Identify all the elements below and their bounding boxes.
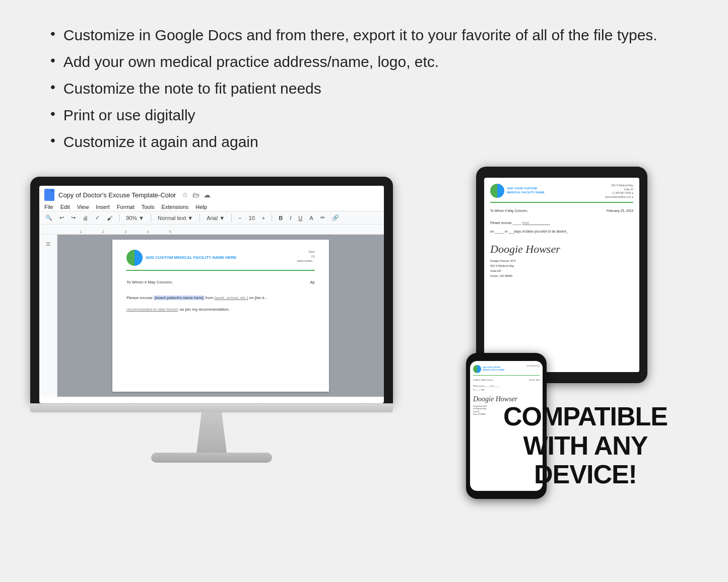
- gdocs-toolbar: Copy of Doctor's Excuse Template-Color ☆…: [39, 186, 384, 211]
- gdocs-to-whom-text: To Whom it May Concern,: [126, 279, 173, 286]
- gdocs-sidebar: ≡: [39, 235, 57, 397]
- gdocs-logo-circle: [126, 250, 143, 266]
- highlight-btn[interactable]: ✏: [318, 213, 327, 222]
- font-size-value: 10: [247, 214, 257, 222]
- phone-notch: [496, 357, 516, 361]
- bullet-item-5: • Customize it again and again: [50, 132, 698, 152]
- bullet-item-4: • Print or use digitally: [50, 105, 698, 125]
- bullet-dot-3: •: [50, 79, 55, 96]
- gdocs-ruler: 12345: [39, 225, 384, 235]
- separator-4: [231, 214, 232, 222]
- phone-logo-area: ADD YOUR CUSTOMMEDICAL FACILITY NAME: [473, 365, 505, 373]
- imac-chin: [30, 403, 393, 412]
- tablet-body: To Whom it May Concern, February 25, 202…: [490, 208, 633, 235]
- tablet-excuse-section: Please excuse _____ from ___________: [490, 220, 633, 226]
- phone-practice-name: ADD YOUR CUSTOMMEDICAL FACILITY NAME: [483, 367, 505, 371]
- menu-help[interactable]: Help: [195, 204, 207, 210]
- menu-extensions[interactable]: Extensions: [161, 204, 188, 210]
- menu-file[interactable]: File: [44, 204, 53, 210]
- phone-date: Feb 25, 2024: [529, 379, 540, 382]
- gdocs-from-placeholder: [work, school, etc.]: [215, 296, 248, 300]
- undo-btn[interactable]: ↩: [57, 213, 66, 222]
- imac-screen-inner: Copy of Doctor's Excuse Template-Color ☆…: [39, 186, 384, 403]
- imac-screen-outer: Copy of Doctor's Excuse Template-Color ☆…: [30, 177, 393, 403]
- separator-2: [151, 214, 151, 222]
- tablet-to-whom-text: To Whom it May Concern,: [490, 208, 528, 214]
- gdocs-title-icons: ☆ 🗁 ☁: [182, 191, 211, 199]
- bullet-text-5: Customize it again and again: [63, 132, 258, 152]
- menu-tools[interactable]: Tools: [142, 204, 155, 210]
- underline-btn[interactable]: U: [296, 214, 304, 222]
- gdocs-recommended-text: recommended to stay home], as per my rec…: [126, 306, 315, 313]
- phone-logo-circle: [473, 365, 481, 373]
- tablet-signature: Doogie Howser: [490, 243, 633, 256]
- gdocs-excuse-text: Please excuse: [126, 296, 154, 300]
- ruler-marks: 12345: [70, 225, 384, 234]
- gdocs-title-row: Copy of Doctor's Excuse Template-Color ☆…: [44, 189, 379, 201]
- tablet-excuse-label: Please excuse _____: [490, 221, 522, 225]
- print-btn[interactable]: 🖨: [81, 214, 90, 222]
- menu-insert[interactable]: Insert: [96, 204, 110, 210]
- bullet-text-4: Print or use digitally: [63, 105, 195, 125]
- compatible-line1: COMPATIBLE: [503, 402, 668, 431]
- menu-edit[interactable]: Edit: [60, 204, 70, 210]
- imac-base: [151, 453, 272, 463]
- tablet-to-whom: To Whom it May Concern, February 25, 202…: [490, 208, 633, 214]
- separator-5: [272, 214, 272, 222]
- separator-3: [200, 214, 200, 222]
- tablet-address: 501 N Medical Way Suite 22 +1 555-987-33…: [605, 184, 633, 199]
- gdocs-on-text: on [list d...: [249, 296, 267, 300]
- link-btn[interactable]: 🔗: [330, 213, 341, 222]
- tablet-on-line: on _____ or ___days of dates you wish to…: [490, 229, 633, 235]
- gdocs-practice-name: ADD CUSTOM MEDICAL FACILITY NAME HERE: [146, 255, 236, 260]
- separator-1: [119, 214, 119, 222]
- font-size-plus[interactable]: +: [260, 214, 267, 222]
- gdocs-body-area: ≡ ADD CUSTOM MEDICAL FACILITY NAME HERE …: [39, 235, 384, 397]
- bullet-item-3: • Customize the note to fit patient need…: [50, 79, 698, 98]
- phone-to-whom-text: To Whom it May Concern,: [473, 379, 493, 382]
- bullet-text-2: Add your own medical practice address/na…: [63, 52, 439, 71]
- gdocs-doc-icon: [44, 189, 54, 201]
- tablet-screen: ADD YOUR CUSTOMMEDICAL FACILITY NAME 501…: [484, 178, 639, 372]
- gdocs-title: Copy of Doctor's Excuse Template-Color: [58, 191, 176, 199]
- tablet-doctor-info: Doogie Howser, M.D. 501 N Medical Way Su…: [490, 259, 633, 279]
- redo-btn[interactable]: ↪: [69, 213, 78, 222]
- tablet-mockup: ADD YOUR CUSTOMMEDICAL FACILITY NAME 501…: [476, 167, 647, 383]
- phone-letterhead: ADD YOUR CUSTOMMEDICAL FACILITY NAME 501…: [473, 365, 540, 376]
- gdocs-patient-placeholder: [insert patient's name here]: [154, 296, 204, 300]
- compatible-line3: DEVICE!: [503, 460, 668, 489]
- bullets-section: • Customize in Google Docs and from ther…: [50, 25, 698, 152]
- spellcheck-btn[interactable]: ✓: [93, 213, 102, 222]
- menu-format[interactable]: Format: [117, 204, 135, 210]
- phone-body: To Whom it May Concern, Feb 25, 2024 Ple…: [473, 379, 540, 391]
- cloud-icon: ☁: [204, 191, 211, 199]
- style-select[interactable]: Normal text ▼: [156, 214, 195, 222]
- italic-btn[interactable]: I: [288, 214, 293, 222]
- tablet-outer: ADD YOUR CUSTOMMEDICAL FACILITY NAME 501…: [476, 167, 647, 383]
- gdocs-logo-area: ADD CUSTOM MEDICAL FACILITY NAME HERE: [126, 250, 236, 266]
- tablet-date: February 25, 2024: [607, 208, 633, 214]
- tablet-letterhead: ADD YOUR CUSTOMMEDICAL FACILITY NAME 501…: [490, 184, 633, 203]
- gdocs-to-whom: To Whom it May Concern, Ap: [126, 279, 315, 286]
- font-size-minus[interactable]: −: [236, 214, 243, 222]
- search-btn[interactable]: 🔍: [43, 213, 54, 222]
- bullet-dot-2: •: [50, 52, 55, 69]
- gdocs-doc-body: To Whom it May Concern, Ap Please excuse…: [126, 279, 315, 314]
- gdocs-from-text: from: [206, 296, 215, 300]
- bullet-text-3: Customize the note to fit patient needs: [63, 79, 321, 98]
- menu-view[interactable]: View: [77, 204, 89, 210]
- paint-btn[interactable]: 🖌: [105, 214, 114, 222]
- tablet-practice-name: ADD YOUR CUSTOMMEDICAL FACILITY NAME: [507, 187, 545, 195]
- bullet-text-1: Customize in Google Docs and from there,…: [63, 25, 657, 45]
- imac-neck: [186, 412, 237, 453]
- tablet-logo-area: ADD YOUR CUSTOMMEDICAL FACILITY NAME: [490, 184, 545, 198]
- gdocs-format-bar: 🔍 ↩ ↪ 🖨 ✓ 🖌 90% ▼ Normal text ▼ Arial ▼: [39, 211, 384, 225]
- gdocs-address-right: Doct(1)www.medic...: [297, 250, 315, 263]
- color-btn[interactable]: A: [307, 214, 315, 222]
- bullet-dot-5: •: [50, 132, 55, 149]
- zoom-select[interactable]: 90% ▼: [124, 214, 146, 222]
- compatible-text: COMPATIBLE WITH ANY DEVICE!: [503, 402, 668, 489]
- font-select[interactable]: Arial ▼: [205, 214, 227, 222]
- bold-btn[interactable]: B: [277, 214, 285, 222]
- compatible-line2: WITH ANY: [503, 431, 668, 460]
